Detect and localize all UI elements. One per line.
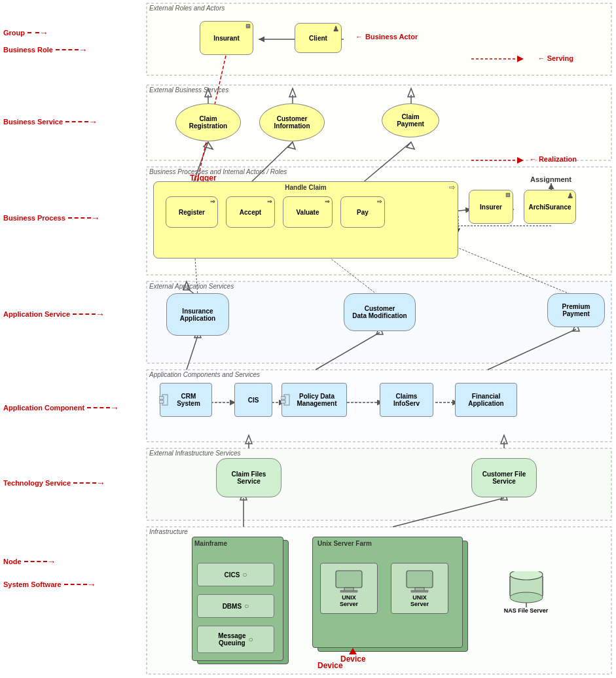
swimlane-label-biz-proc: Business Processes and Internal Actors /… [149, 168, 287, 175]
insurer-element[interactable]: ⊞ Insurer [469, 190, 513, 224]
component-icon-policy [281, 393, 290, 406]
svg-line-16 [250, 142, 293, 183]
unix-server-icon-2 [403, 569, 436, 594]
swimlane-label-external-roles: External Roles and Actors [149, 5, 225, 12]
swimlane-label-ext-biz: External Business Services [149, 86, 228, 94]
legend-business-role: Business Role → [3, 45, 88, 55]
svg-marker-45 [501, 435, 507, 444]
svg-rect-4 [147, 370, 611, 442]
nas-server-label: NAS File Server [504, 607, 549, 614]
unix-server-1[interactable]: UNIX Server [320, 563, 378, 614]
assignment-label: Assignment [530, 175, 571, 183]
svg-marker-43 [245, 435, 252, 444]
svg-rect-60 [281, 397, 285, 399]
claim-files-service-element[interactable]: Claim Files Service [216, 458, 281, 497]
financial-app-element[interactable]: Financial Application [455, 383, 517, 417]
customer-information-element[interactable]: Customer Information [259, 103, 325, 141]
policy-data-element[interactable]: Policy Data Management [281, 383, 347, 417]
svg-marker-19 [407, 142, 414, 149]
device-arrow: Device [340, 648, 366, 664]
customer-file-service-element[interactable]: Customer File Service [471, 458, 537, 497]
unix-farm-label: Unix Server Farm [317, 540, 372, 547]
svg-rect-64 [340, 590, 357, 592]
customer-data-modification-element[interactable]: Customer Data Modification [344, 293, 416, 331]
premium-payment-element[interactable]: Premium Payment [547, 293, 605, 327]
swimlane-label-ext-infra: External Infrastructure Services [149, 450, 241, 457]
svg-rect-56 [162, 395, 168, 405]
legend-business-process: Business Process → [3, 213, 100, 223]
svg-line-18 [362, 142, 411, 183]
pay-step[interactable]: ⇨ Pay [340, 196, 385, 228]
business-actor-legend: ← Business Actor [355, 33, 418, 41]
accept-step[interactable]: ⇒ Accept [226, 196, 275, 228]
claim-registration-element[interactable]: Claim Registration [175, 103, 241, 141]
nas-server-icon [507, 571, 546, 607]
svg-rect-67 [411, 590, 428, 592]
crm-system-element[interactable]: CRM System [160, 383, 212, 417]
svg-point-69 [510, 571, 543, 580]
legend-tech-service: Technology Service → [3, 478, 105, 488]
legend-group: Group → [3, 27, 48, 38]
insurant-element[interactable]: ⊞ Insurant [200, 21, 253, 55]
svg-marker-17 [288, 142, 295, 149]
svg-marker-53 [517, 157, 524, 164]
component-icon-crm [159, 393, 168, 406]
svg-rect-58 [159, 401, 164, 403]
register-step[interactable]: ⇒ Register [166, 196, 218, 228]
cics-element[interactable]: CICS ○ [197, 563, 274, 586]
legend-business-service: Business Service → [3, 116, 98, 127]
device-label: Device [317, 661, 343, 670]
svg-rect-65 [407, 571, 433, 588]
svg-marker-15 [204, 142, 213, 149]
svg-point-70 [510, 592, 543, 603]
svg-line-40 [488, 329, 576, 370]
nas-server[interactable]: NAS File Server [495, 562, 557, 624]
claims-infoserv-element[interactable]: Claims InfoServ [380, 383, 433, 417]
svg-rect-62 [336, 571, 362, 588]
svg-marker-51 [517, 56, 524, 62]
svg-rect-59 [284, 395, 289, 405]
diagram-container: External Roles and Actors External Busin… [0, 0, 616, 678]
cis-element[interactable]: CIS [234, 383, 272, 417]
swimlane-label-app-comp: Application Components and Services [149, 371, 260, 378]
svg-marker-11 [289, 88, 296, 97]
mainframe-label: Mainframe [194, 540, 227, 547]
claim-payment-element[interactable]: Claim Payment [382, 103, 439, 137]
valuate-step[interactable]: ⇒ Valuate [283, 196, 333, 228]
legend-system-software: System Software → [3, 579, 96, 590]
svg-line-48 [393, 498, 504, 527]
swimlane-label-ext-app: External Application Services [149, 283, 234, 290]
svg-line-36 [187, 336, 198, 370]
legend-app-service: Application Service → [3, 309, 105, 319]
client-element[interactable]: ♟ Client [295, 23, 342, 53]
unix-farm-node[interactable]: Unix Server Farm UNIX Server UNIX Server [312, 537, 473, 653]
unix-server-2[interactable]: UNIX Server [391, 563, 448, 614]
svg-rect-61 [281, 401, 285, 403]
mainframe-node[interactable]: Mainframe CICS ○ DBMS ○ Message Queuing … [192, 537, 293, 668]
svg-marker-13 [408, 88, 414, 97]
legend-app-component: Application Component → [3, 402, 119, 413]
realization-label: ← Realization [530, 155, 577, 163]
svg-rect-57 [159, 397, 164, 399]
insurance-application-element[interactable]: Insurance Application [166, 293, 229, 336]
swimlane-label-infra: Infrastructure [149, 528, 188, 535]
dbms-element[interactable]: DBMS ○ [197, 594, 274, 618]
archisurance-element[interactable]: ♟ ArchiSurance [524, 190, 576, 224]
legend-node: Node → [3, 556, 56, 567]
handle-claim-label: Handle Claim [285, 184, 326, 191]
serving-label: ← Serving [538, 54, 573, 62]
unix-server-icon-1 [333, 569, 365, 594]
msg-queue-element[interactable]: Message Queuing ○ [197, 626, 274, 653]
svg-line-38 [316, 332, 380, 370]
